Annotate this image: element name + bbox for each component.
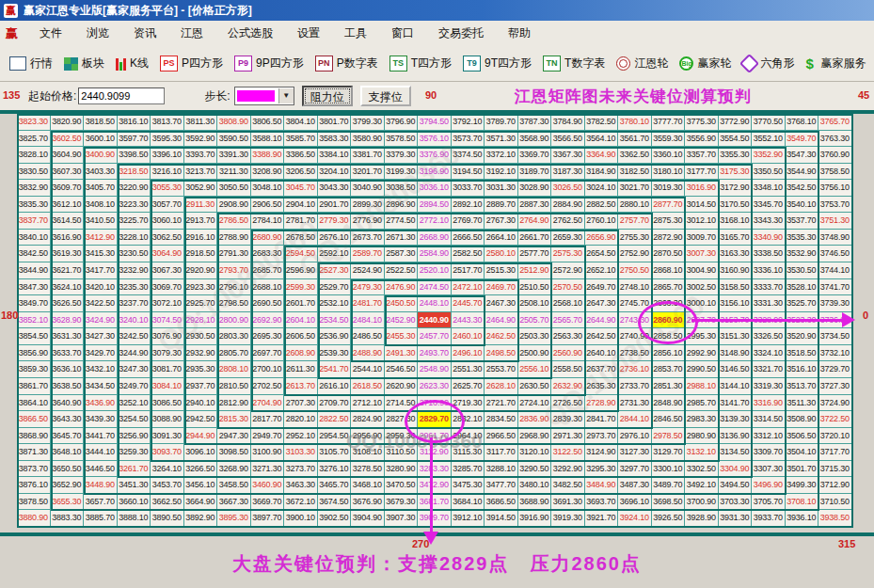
matrix-cell: 3093.70	[151, 444, 184, 461]
matrix-cell: 3648.10	[51, 444, 85, 461]
toolbar-button-六角形[interactable]: 六角形	[737, 53, 800, 74]
matrix-cell: 2493.70	[418, 345, 452, 362]
toolbar-button-P四方形[interactable]: PSP四方形	[154, 53, 229, 74]
matrix-cell: 3398.50	[118, 147, 151, 164]
menu-item-3[interactable]: 江恩	[168, 22, 215, 45]
matrix-cell: 2628.10	[485, 378, 518, 395]
matrix-cell: 2481.70	[351, 295, 385, 312]
toolbar-button-赢家轮[interactable]: Big赢家轮	[674, 53, 737, 74]
kline-candles-icon	[116, 56, 126, 71]
toolbar-button-江恩轮[interactable]: 江恩轮	[611, 53, 674, 74]
matrix-cell: 3619.30	[51, 246, 85, 262]
matrix-cell: 2515.30	[485, 262, 518, 279]
matrix-cell: 3811.30	[184, 114, 218, 131]
matrix-cell: 3165.70	[719, 230, 753, 246]
matrix-cell: 2577.70	[518, 246, 552, 262]
matrix-cell: 2870.50	[652, 246, 686, 262]
resistance-button[interactable]: 阻力位	[302, 86, 353, 106]
toolbar-button-T四方形[interactable]: TST四方形	[384, 53, 457, 74]
support-button[interactable]: 支撑位	[360, 86, 411, 106]
start-price-input[interactable]	[78, 87, 165, 104]
toolbar-button-T数字表[interactable]: TNT数字表	[537, 53, 611, 74]
toolbar-button-9T四方形[interactable]: T99T四方形	[457, 53, 537, 74]
matrix-cell: 3007.30	[685, 246, 719, 262]
menu-item-7[interactable]: 窗口	[379, 22, 426, 45]
matrix-cell: 2935.30	[184, 361, 218, 378]
toolbar-label: 江恩轮	[634, 56, 668, 72]
matrix-cell: 3703.30	[719, 494, 753, 511]
toolbar-button-P数字表[interactable]: PNP数字表	[310, 53, 384, 74]
matrix-cell: 2695.30	[251, 328, 285, 345]
matrix-cell: 3640.90	[51, 395, 85, 412]
matrix-cell: 2964.10	[452, 428, 485, 445]
matrix-cell: 3453.70	[151, 477, 184, 494]
matrix-cell: 3499.30	[786, 477, 819, 494]
matrix-cell: 2548.90	[418, 361, 452, 378]
matrix-cell: 2714.50	[385, 395, 419, 412]
matrix-cell: 2736.10	[618, 361, 652, 378]
matrix-cell: 2666.50	[452, 230, 485, 246]
chevron-down-icon[interactable]: ▼	[278, 88, 294, 103]
matrix-cell: 2911.30	[184, 197, 218, 214]
matrix-cell: 3717.70	[818, 444, 852, 461]
support-arrow-line	[430, 437, 433, 532]
matrix-cell: 3628.90	[51, 312, 85, 329]
matrix-cell: 3823.30	[17, 114, 51, 131]
matrix-cell: 3727.30	[818, 378, 852, 395]
matrix-cell: 3720.10	[818, 428, 852, 445]
window-title: 赢家江恩专业版[赢家服务平台] - [价格正方形]	[24, 3, 252, 19]
matrix-cell: 3799.30	[351, 114, 385, 131]
matrix-cell: 2599.30	[284, 279, 318, 296]
matrix-cell: 3172.90	[719, 180, 753, 197]
menu-item-1[interactable]: 浏览	[74, 22, 121, 45]
matrix-cell: 2510.50	[518, 279, 552, 296]
matrix-cell: 3067.30	[151, 262, 184, 279]
toolbar-button-赢家服务[interactable]: $赢家服务	[800, 53, 871, 74]
matrix-cell: 3924.10	[618, 510, 652, 527]
matrix-cell: 3650.50	[51, 461, 85, 478]
matrix-cell: 3684.10	[452, 494, 485, 511]
matrix-cell: 3213.70	[184, 164, 218, 181]
matrix-cell: 2613.70	[284, 378, 318, 395]
menu-item-2[interactable]: 资讯	[121, 22, 168, 45]
matrix-cell: 3033.70	[452, 180, 485, 197]
matrix-cell: 3765.70	[818, 114, 852, 131]
matrix-cell: 2940.10	[184, 395, 218, 412]
matrix-cell: 3348.10	[752, 180, 786, 197]
matrix-cell: 2853.70	[652, 361, 686, 378]
matrix-cell: 2524.90	[351, 262, 385, 279]
matrix-cell: 2623.30	[418, 378, 452, 395]
step-label: 步长:	[204, 88, 230, 104]
menu-item-4[interactable]: 公式选股	[215, 22, 285, 45]
angle-label-0: 0	[863, 310, 868, 321]
matrix-cell: 3290.50	[518, 461, 552, 478]
toolbar-button-板块[interactable]: 板块	[58, 53, 110, 74]
matrix-cell: 3468.10	[351, 477, 385, 494]
step-color-dropdown[interactable]: ▼	[234, 87, 294, 105]
menu-item-8[interactable]: 交易委托	[426, 22, 496, 45]
menu-item-0[interactable]: 文件	[27, 22, 74, 45]
matrix-cell: 2644.90	[585, 312, 619, 329]
toolbar-button-行情[interactable]: 行情	[4, 53, 58, 74]
toolbar-button-9P四方形[interactable]: P99P四方形	[229, 53, 310, 74]
menu-item-5[interactable]: 设置	[285, 22, 332, 45]
matrix-cell: 3921.70	[585, 510, 619, 527]
matrix-cell: 2880.10	[618, 197, 652, 214]
matrix-cell: 3439.30	[84, 411, 118, 428]
matrix-cell: 2491.30	[385, 345, 419, 362]
matrix-cell: 3120.10	[518, 444, 552, 461]
matrix-cell: 3016.90	[685, 180, 719, 197]
toolbar-button-K线[interactable]: K线	[110, 53, 154, 74]
matrix-cell: 3576.10	[418, 131, 452, 148]
menu-item-6[interactable]: 工具	[332, 22, 379, 45]
matrix-cell: 3578.50	[385, 131, 419, 148]
matrix-cell: 3309.70	[752, 444, 786, 461]
matrix-cell: 2575.30	[551, 246, 585, 262]
menu-item-9[interactable]: 帮助	[496, 22, 543, 45]
matrix-cell: 2647.30	[585, 295, 619, 312]
matrix-cell: 3091.30	[151, 428, 184, 445]
matrix-cell: 3938.50	[818, 510, 852, 527]
matrix-cell: 2541.70	[318, 361, 352, 378]
matrix-cell: 2692.90	[251, 312, 285, 329]
matrix-cell: 3312.10	[752, 428, 786, 445]
